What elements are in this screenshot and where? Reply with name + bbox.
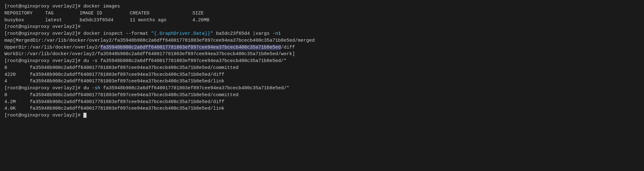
prompt-inspect: [root@nginxproxy overlay2]# bbox=[4, 31, 83, 36]
line-du-s: [root@nginxproxy overlay2]# du -s fa3594… bbox=[4, 58, 640, 65]
cmd-inspect-docker: docker inspect --format bbox=[83, 31, 151, 36]
line-du-sh-4k: 4.0K fa35948b908c2a6dff640017781803ef897… bbox=[4, 105, 640, 112]
line-header: REPOSITORYTAGIMAGE IDCREATEDSIZE bbox=[4, 10, 640, 17]
cmd-inspect-flag: -n1 bbox=[272, 31, 281, 36]
prompt-du-sh: [root@nginxproxy overlay2]# bbox=[4, 86, 83, 91]
cmd-inspect-format-string: "{.GraphDriver.Data}}" bbox=[151, 31, 213, 36]
line-du-sh: [root@nginxproxy overlay2]# du -sh fa359… bbox=[4, 85, 640, 92]
line-mergeddir: map[MergedDir:/var/lib/docker/overlay2/f… bbox=[4, 37, 640, 44]
prompt-du-s: [root@nginxproxy overlay2]# bbox=[4, 58, 83, 64]
col-imageid-busybox: ba5dc23f65d4 bbox=[80, 17, 130, 24]
line-upperdir: UpperDir:/var/lib/docker/overlay2/fa3594… bbox=[4, 44, 640, 51]
cursor bbox=[83, 113, 86, 118]
col-tag-busybox: latest bbox=[45, 17, 80, 24]
prompt-final: [root@nginxproxy overlay2]# bbox=[4, 113, 83, 118]
line-du-sh-0: 0 fa35948b908c2a6dff640017781803ef897cee… bbox=[4, 92, 640, 99]
cmd-inspect-rest: ba5dc23f65d4 |xargs bbox=[213, 31, 272, 36]
highlight-hash: fa35948b908c2a6dff640017781803ef897cee94… bbox=[100, 45, 281, 50]
col-header-size: SIZE bbox=[192, 10, 204, 17]
line-final: [root@nginxproxy overlay2]# bbox=[4, 112, 640, 119]
col-created-busybox: 11 months ago bbox=[130, 17, 192, 24]
col-header-imageid: IMAGE ID bbox=[80, 10, 130, 17]
col-header-repo: REPOSITORY bbox=[4, 10, 45, 17]
col-repo-busybox: busybox bbox=[4, 17, 45, 24]
cmd-du-sh-flag: -sh bbox=[92, 86, 100, 91]
cmd-du-s: du -s fa35948b908c2a6dff640017781803ef89… bbox=[83, 58, 286, 64]
line-du-sh-4m: 4.2M fa35948b908c2a6dff640017781803ef897… bbox=[4, 99, 640, 106]
prompt-blank: [root@nginxproxy overlay2]# bbox=[4, 24, 83, 29]
line-du-s-4: 4 fa35948b908c2a6dff640017781803ef897cee… bbox=[4, 78, 640, 85]
line-busybox: busyboxlatestba5dc23f65d411 months ago4.… bbox=[4, 17, 640, 24]
line-du-s-4220: 4220 fa35948b908c2a6dff640017781803ef897… bbox=[4, 71, 640, 78]
col-size-busybox: 4.26MB bbox=[192, 17, 209, 24]
cmd-1: docker images bbox=[83, 4, 120, 9]
cmd-du-sh-rest: fa35948b908c2a6dff640017781803ef897cee94… bbox=[100, 86, 289, 91]
terminal: [root@nginxproxy overlay2]# docker image… bbox=[4, 3, 640, 119]
line-inspect: [root@nginxproxy overlay2]# docker inspe… bbox=[4, 30, 640, 37]
line-workdir: WorkDir:/var/lib/docker/overlay2/fa35948… bbox=[4, 51, 640, 58]
cmd-du-sh-base: du bbox=[83, 86, 92, 91]
line-1: [root@nginxproxy overlay2]# docker image… bbox=[4, 3, 640, 10]
col-header-tag: TAG bbox=[45, 10, 80, 17]
line-blank: [root@nginxproxy overlay2]# bbox=[4, 23, 640, 30]
line-du-s-0: 0 fa35948b908c2a6dff640017781803ef897cee… bbox=[4, 65, 640, 71]
col-header-created: CREATED bbox=[130, 10, 192, 17]
prompt-1: [root@nginxproxy overlay2]# bbox=[4, 4, 83, 9]
